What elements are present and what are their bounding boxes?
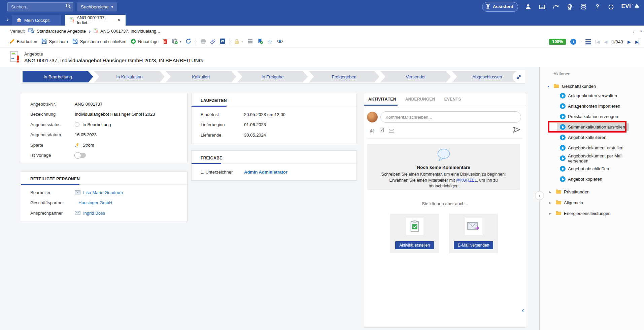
breadcrumb-record-link[interactable]: ANG 0001737, Individualang...: [100, 29, 160, 34]
folder-label: Energiedienstleistungen: [564, 211, 611, 216]
tab-aenderungen[interactable]: ÄNDERUNGEN: [405, 97, 435, 102]
help-icon[interactable]: ?: [594, 3, 601, 10]
word-document-button[interactable]: [220, 38, 225, 45]
mention-icon[interactable]: @: [370, 128, 375, 134]
step-in-freigabe[interactable]: In Freigabe: [237, 71, 308, 82]
mail-icon[interactable]: [389, 128, 394, 134]
bookmark-add-button[interactable]: [258, 38, 263, 45]
panel-title: BETEILIGTE PERSONEN: [21, 172, 187, 185]
action-anlagenkonten-verwalten[interactable]: Anlagenkonten verwalten: [560, 90, 644, 101]
step-kalkuliert[interactable]: Kalkuliert: [166, 71, 236, 82]
expand-steps-button[interactable]: [513, 71, 524, 83]
power-icon[interactable]: [607, 3, 615, 10]
action-angebotsdokument-erstellen[interactable]: Angebotsdokument erstellen: [560, 143, 644, 153]
step-abgeschlossen[interactable]: Abgeschlossen: [452, 71, 522, 82]
folder-allgemein[interactable]: ▸ Allgemein: [546, 197, 644, 208]
action-angebot-kopieren[interactable]: Angebot kopieren: [560, 174, 644, 184]
collapse-panel-icon[interactable]: ‹: [522, 306, 524, 315]
info-icon[interactable]: i: [570, 39, 576, 45]
caret-collapsed-icon[interactable]: ▸: [549, 212, 553, 215]
action-angebot-kalkulieren[interactable]: Angebot kalkulieren: [560, 132, 644, 143]
mention-link[interactable]: @KÜRZEL: [456, 178, 477, 183]
search-icon[interactable]: [66, 3, 71, 10]
previous-page-button[interactable]: ◀: [604, 39, 607, 44]
field-value: 30.05.2024: [244, 133, 266, 138]
action-angebotsdokument-per-mail-versenden[interactable]: Angebotsdokument per Mail versenden: [560, 153, 644, 163]
caret-expanded-icon[interactable]: ▾: [547, 84, 551, 88]
field-row: Angebotsstatus In Bearbeitung: [21, 119, 187, 130]
delete-button[interactable]: [163, 39, 168, 45]
template-toggle[interactable]: [75, 153, 86, 158]
history-dropdown-icon[interactable]: ▾: [640, 29, 642, 33]
history-back-icon[interactable]: ←: [632, 28, 637, 34]
tab-mein-cockpit[interactable]: Mein Cockpit: [12, 15, 61, 26]
next-page-button[interactable]: ▶: [628, 39, 631, 44]
folder-energiedienstleistungen[interactable]: ▸ Energiedienstleistungen: [546, 208, 644, 219]
close-icon[interactable]: ✕: [117, 18, 121, 23]
search-input[interactable]: [11, 4, 66, 9]
lock-button[interactable]: ▾: [234, 39, 243, 45]
save-button[interactable]: Speichern: [41, 39, 68, 45]
global-search[interactable]: [7, 2, 73, 11]
step-freigegeben[interactable]: Freigegeben: [309, 71, 379, 82]
create-activity-button[interactable]: Aktivität erstellen: [395, 241, 434, 249]
field-value: 01.06.2023: [244, 122, 266, 127]
watch-button[interactable]: [277, 39, 283, 44]
step-in-bearbeitung[interactable]: In Bearbeitung: [23, 71, 93, 82]
step-in-kalkulation[interactable]: In Kalkulation: [94, 71, 165, 82]
person-link[interactable]: Lisa Marie Gundrum: [83, 190, 123, 195]
assistant-button[interactable]: Assistent: [482, 2, 518, 12]
tab-scroll-chevron-icon[interactable]: ›: [3, 13, 12, 26]
highlighted-action[interactable]: Summenkalkulation ausrollen: [557, 123, 629, 131]
inbox-icon[interactable]: [538, 3, 546, 10]
tab-aktivitaeten[interactable]: AKTIVITÄTEN: [368, 97, 396, 102]
step-versendet[interactable]: Versendet: [380, 71, 451, 82]
sidebar-collapse-button[interactable]: ›: [535, 191, 544, 200]
tab-record[interactable]: ANG 0001737, Indivi... ✕: [65, 15, 126, 26]
refresh-button[interactable]: [185, 38, 191, 45]
tab-events[interactable]: EVENTS: [444, 97, 461, 102]
send-comment-icon[interactable]: [513, 126, 520, 134]
copy-record-button[interactable]: ▾: [172, 38, 181, 45]
comment-input[interactable]: [380, 111, 521, 123]
action-summenkalkulation-ausrollen[interactable]: Summenkalkulation ausrollen: [560, 122, 644, 132]
task-icon[interactable]: [379, 127, 384, 134]
last-page-button[interactable]: ▶: [635, 39, 639, 44]
caret-down-icon[interactable]: ▾: [241, 40, 243, 43]
signer-link[interactable]: Admin Administrator: [244, 170, 287, 175]
partner-link[interactable]: Hausinger GmbH: [75, 200, 112, 205]
send-email-button[interactable]: E-Mail versenden: [454, 241, 493, 249]
first-page-button[interactable]: ◀: [596, 39, 600, 44]
user-icon[interactable]: [524, 3, 532, 10]
edit-button[interactable]: Bearbeiten: [9, 39, 37, 45]
print-button[interactable]: [200, 39, 206, 45]
contact-link[interactable]: Ingrid Boss: [83, 211, 105, 216]
caret-collapsed-icon[interactable]: ▸: [549, 190, 553, 194]
folder-privatkunden[interactable]: ▸ Privatkunden: [546, 186, 644, 197]
attachment-button[interactable]: [210, 39, 215, 45]
globe-user-icon[interactable]: [566, 3, 573, 10]
folder-geschaeftskunden[interactable]: ▾ Geschäftskunden: [546, 82, 644, 90]
menu-icon[interactable]: [585, 39, 591, 44]
caret-down-icon[interactable]: ▾: [180, 40, 181, 43]
create-activity-tile[interactable]: Aktivität erstellen: [390, 214, 439, 253]
action-preiskalkulation-erzeugen[interactable]: Preiskalkulation erzeugen: [560, 111, 644, 122]
breadcrumb-search-link[interactable]: Standardsuche Angebote: [37, 29, 86, 34]
search-scope-dropdown[interactable]: Suchbereiche ▾: [77, 2, 117, 11]
layers-button[interactable]: [247, 39, 253, 45]
create-button[interactable]: Neuanlage: [131, 39, 158, 45]
database-icon[interactable]: [580, 3, 587, 10]
send-email-tile[interactable]: E-Mail versenden: [449, 214, 498, 253]
caret-collapsed-icon[interactable]: ▸: [549, 201, 553, 205]
action-angebot-abschliessen[interactable]: Angebot abschließen: [560, 163, 644, 174]
play-icon: [560, 124, 566, 130]
play-icon: [560, 103, 566, 109]
actions-title: Aktionen: [553, 71, 644, 76]
save-icon: [41, 39, 47, 45]
runtimes-panel: LAUFZEITEN Bindefrist 20.05.2023 um 12:0…: [191, 93, 357, 144]
save-close-button[interactable]: Speichern und schließen: [72, 39, 127, 45]
action-anlagenkonten-importieren[interactable]: Anlagenkonten importieren: [560, 101, 644, 111]
redo-icon[interactable]: [552, 3, 560, 10]
favorite-button[interactable]: ☆: [267, 38, 272, 45]
plus-circle-icon: [131, 39, 136, 45]
